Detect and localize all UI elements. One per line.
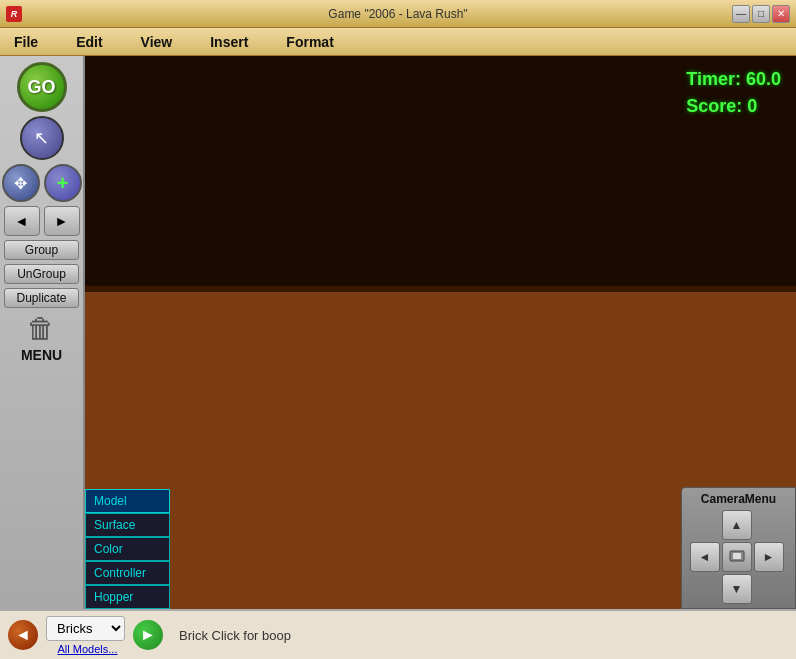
prev-button[interactable]: ◄	[8, 620, 38, 650]
next-icon: ►	[140, 626, 156, 644]
arrow-right-icon: ►	[55, 213, 69, 229]
game-viewport-top: Timer: 60.0 Score: 0	[85, 56, 796, 286]
window-controls: — □ ✕	[732, 5, 790, 23]
ungroup-button[interactable]: UnGroup	[4, 264, 79, 284]
score-display: Score: 0	[686, 93, 781, 120]
group-button[interactable]: Group	[4, 240, 79, 260]
camera-down-button[interactable]: ▼	[722, 574, 752, 604]
menu-insert[interactable]: Insert	[206, 32, 252, 52]
add-button[interactable]: +	[44, 164, 82, 202]
brick-select[interactable]: Bricks Models Objects	[46, 616, 125, 641]
resize-icon: ✥	[14, 174, 27, 193]
menu-label: MENU	[21, 347, 62, 363]
arrow-right-button[interactable]: ►	[44, 206, 80, 236]
arrow-row: ◄ ►	[4, 206, 80, 236]
prev-icon: ◄	[15, 626, 31, 644]
camera-menu-title: CameraMenu	[686, 492, 791, 506]
title-bar: R Game "2006 - Lava Rush" — □ ✕	[0, 0, 796, 28]
hud: Timer: 60.0 Score: 0	[686, 66, 781, 120]
window-title: Game "2006 - Lava Rush"	[328, 7, 467, 21]
add-icon: +	[57, 172, 69, 195]
game-canvas: Timer: 60.0 Score: 0 Model Surface Color…	[85, 56, 796, 609]
camera-center-button[interactable]	[722, 542, 752, 572]
app-icon: R	[6, 6, 22, 22]
trash-menu[interactable]: 🗑 MENU	[21, 312, 62, 363]
cursor-icon: ↖	[34, 127, 49, 149]
go-button[interactable]: GO	[17, 62, 67, 112]
menu-edit[interactable]: Edit	[72, 32, 106, 52]
menu-file[interactable]: File	[10, 32, 42, 52]
all-models-link[interactable]: All Models...	[58, 643, 118, 655]
tab-model[interactable]: Model	[85, 489, 170, 513]
svg-rect-1	[733, 553, 741, 559]
bottom-bar: ◄ Bricks Models Objects All Models... ► …	[0, 609, 796, 659]
resize-button[interactable]: ✥	[2, 164, 40, 202]
duplicate-button[interactable]: Duplicate	[4, 288, 79, 308]
camera-up-button[interactable]: ▲	[722, 510, 752, 540]
left-panel: Model Surface Color Controller Hopper	[85, 489, 170, 609]
arrow-left-icon: ◄	[15, 213, 29, 229]
menu-format[interactable]: Format	[282, 32, 337, 52]
brick-description: Brick Click for boop	[179, 628, 291, 643]
arrow-left-button[interactable]: ◄	[4, 206, 40, 236]
maximize-button[interactable]: □	[752, 5, 770, 23]
main-area: GO ↖ ✥ + ◄ ► Group UnGroup Duplicate 🗑 M…	[0, 56, 796, 609]
tool-row: ✥ +	[2, 164, 82, 202]
menu-view[interactable]: View	[137, 32, 177, 52]
tab-controller[interactable]: Controller	[85, 561, 170, 585]
camera-left-button[interactable]: ◄	[690, 542, 720, 572]
left-toolbar: GO ↖ ✥ + ◄ ► Group UnGroup Duplicate 🗑 M…	[0, 56, 85, 609]
timer-display: Timer: 60.0	[686, 66, 781, 93]
camera-menu: CameraMenu ▲ ◄ ► ▼	[681, 487, 796, 609]
next-button[interactable]: ►	[133, 620, 163, 650]
close-button[interactable]: ✕	[772, 5, 790, 23]
minimize-button[interactable]: —	[732, 5, 750, 23]
camera-controls: ▲ ◄ ► ▼	[690, 510, 788, 604]
camera-right-button[interactable]: ►	[754, 542, 784, 572]
menu-bar: File Edit View Insert Format	[0, 28, 796, 56]
tab-surface[interactable]: Surface	[85, 513, 170, 537]
tab-color[interactable]: Color	[85, 537, 170, 561]
cursor-button[interactable]: ↖	[20, 116, 64, 160]
tab-hopper[interactable]: Hopper	[85, 585, 170, 609]
trash-icon: 🗑	[27, 312, 55, 345]
